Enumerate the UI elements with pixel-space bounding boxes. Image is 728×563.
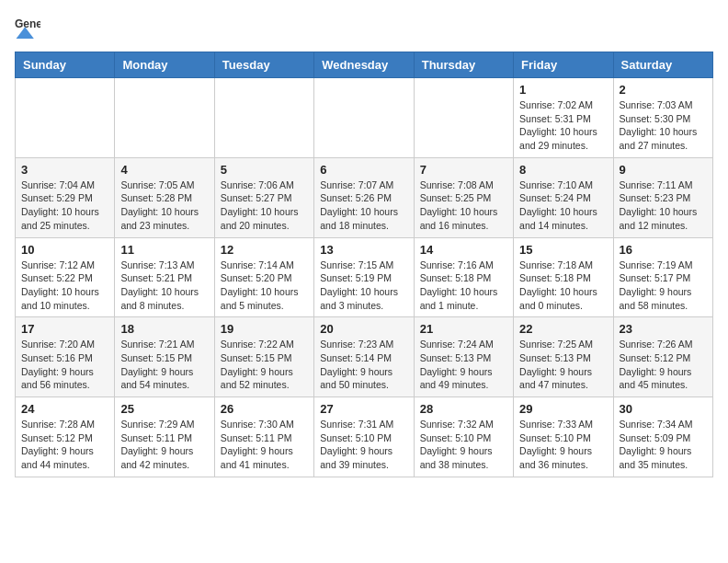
- day-info: Sunrise: 7:18 AM Sunset: 5:18 PM Dayligh…: [519, 259, 607, 313]
- day-number: 13: [320, 243, 407, 257]
- calendar-cell: [16, 78, 115, 158]
- calendar-cell: 14Sunrise: 7:16 AM Sunset: 5:18 PM Dayli…: [414, 237, 513, 317]
- day-number: 8: [519, 163, 607, 177]
- calendar-cell: 10Sunrise: 7:12 AM Sunset: 5:22 PM Dayli…: [16, 237, 115, 317]
- calendar-week-row: 1Sunrise: 7:02 AM Sunset: 5:31 PM Daylig…: [16, 78, 713, 158]
- day-info: Sunrise: 7:05 AM Sunset: 5:28 PM Dayligh…: [120, 178, 208, 233]
- calendar-cell: 20Sunrise: 7:23 AM Sunset: 5:14 PM Dayli…: [314, 317, 414, 397]
- day-info: Sunrise: 7:34 AM Sunset: 5:09 PM Dayligh…: [620, 418, 707, 472]
- calendar-cell: 21Sunrise: 7:24 AM Sunset: 5:13 PM Dayli…: [414, 317, 513, 397]
- calendar-week-row: 3Sunrise: 7:04 AM Sunset: 5:29 PM Daylig…: [16, 157, 713, 237]
- day-number: 15: [519, 243, 607, 257]
- day-info: Sunrise: 7:23 AM Sunset: 5:14 PM Dayligh…: [320, 338, 407, 392]
- day-number: 14: [420, 243, 507, 257]
- day-number: 16: [620, 243, 707, 257]
- calendar-cell: 7Sunrise: 7:08 AM Sunset: 5:25 PM Daylig…: [414, 157, 513, 237]
- day-info: Sunrise: 7:15 AM Sunset: 5:19 PM Dayligh…: [320, 259, 407, 313]
- column-header-friday: Friday: [514, 52, 613, 78]
- day-info: Sunrise: 7:16 AM Sunset: 5:18 PM Dayligh…: [420, 259, 507, 313]
- day-info: Sunrise: 7:22 AM Sunset: 5:15 PM Dayligh…: [221, 338, 308, 392]
- day-info: Sunrise: 7:28 AM Sunset: 5:12 PM Dayligh…: [21, 418, 108, 472]
- calendar-cell: [314, 78, 414, 158]
- calendar-cell: 15Sunrise: 7:18 AM Sunset: 5:18 PM Dayli…: [514, 237, 613, 317]
- calendar-cell: 30Sunrise: 7:34 AM Sunset: 5:09 PM Dayli…: [613, 397, 712, 477]
- column-header-wednesday: Wednesday: [314, 52, 414, 78]
- column-header-thursday: Thursday: [414, 52, 513, 78]
- day-info: Sunrise: 7:14 AM Sunset: 5:20 PM Dayligh…: [221, 259, 308, 313]
- day-info: Sunrise: 7:02 AM Sunset: 5:31 PM Dayligh…: [519, 98, 607, 153]
- calendar-cell: 23Sunrise: 7:26 AM Sunset: 5:12 PM Dayli…: [613, 317, 712, 397]
- day-number: 29: [519, 402, 607, 416]
- day-number: 7: [420, 163, 507, 177]
- day-info: Sunrise: 7:33 AM Sunset: 5:10 PM Dayligh…: [519, 418, 607, 472]
- day-info: Sunrise: 7:04 AM Sunset: 5:29 PM Dayligh…: [21, 178, 108, 233]
- day-info: Sunrise: 7:30 AM Sunset: 5:11 PM Dayligh…: [221, 418, 308, 472]
- logo-icon: General: [15, 15, 40, 40]
- day-info: Sunrise: 7:24 AM Sunset: 5:13 PM Dayligh…: [420, 338, 507, 392]
- day-number: 12: [221, 243, 308, 257]
- day-number: 25: [120, 402, 208, 416]
- calendar-cell: 16Sunrise: 7:19 AM Sunset: 5:17 PM Dayli…: [613, 237, 712, 317]
- calendar-cell: 5Sunrise: 7:06 AM Sunset: 5:27 PM Daylig…: [214, 157, 313, 237]
- day-number: 20: [320, 322, 407, 336]
- calendar-cell: 28Sunrise: 7:32 AM Sunset: 5:10 PM Dayli…: [414, 397, 513, 477]
- day-number: 30: [620, 402, 707, 416]
- day-info: Sunrise: 7:19 AM Sunset: 5:17 PM Dayligh…: [620, 259, 707, 313]
- calendar-cell: 11Sunrise: 7:13 AM Sunset: 5:21 PM Dayli…: [115, 237, 214, 317]
- day-info: Sunrise: 7:25 AM Sunset: 5:13 PM Dayligh…: [519, 338, 607, 392]
- calendar-cell: 2Sunrise: 7:03 AM Sunset: 5:30 PM Daylig…: [613, 78, 712, 158]
- day-number: 4: [120, 163, 208, 177]
- calendar-cell: 18Sunrise: 7:21 AM Sunset: 5:15 PM Dayli…: [115, 317, 214, 397]
- calendar-cell: 26Sunrise: 7:30 AM Sunset: 5:11 PM Dayli…: [214, 397, 313, 477]
- calendar-cell: 9Sunrise: 7:11 AM Sunset: 5:23 PM Daylig…: [613, 157, 712, 237]
- day-number: 27: [320, 402, 407, 416]
- day-info: Sunrise: 7:26 AM Sunset: 5:12 PM Dayligh…: [620, 338, 707, 392]
- day-info: Sunrise: 7:20 AM Sunset: 5:16 PM Dayligh…: [21, 338, 108, 392]
- calendar-cell: 24Sunrise: 7:28 AM Sunset: 5:12 PM Dayli…: [16, 397, 115, 477]
- calendar-cell: 25Sunrise: 7:29 AM Sunset: 5:11 PM Dayli…: [115, 397, 214, 477]
- calendar-cell: 8Sunrise: 7:10 AM Sunset: 5:24 PM Daylig…: [514, 157, 613, 237]
- logo: General: [15, 15, 44, 40]
- calendar-cell: 29Sunrise: 7:33 AM Sunset: 5:10 PM Dayli…: [514, 397, 613, 477]
- calendar-cell: 1Sunrise: 7:02 AM Sunset: 5:31 PM Daylig…: [514, 78, 613, 158]
- page-header: General: [15, 15, 713, 40]
- column-header-saturday: Saturday: [613, 52, 712, 78]
- calendar-week-row: 24Sunrise: 7:28 AM Sunset: 5:12 PM Dayli…: [16, 397, 713, 477]
- calendar-table: SundayMondayTuesdayWednesdayThursdayFrid…: [15, 52, 713, 477]
- day-number: 19: [221, 322, 308, 336]
- day-info: Sunrise: 7:29 AM Sunset: 5:11 PM Dayligh…: [120, 418, 208, 472]
- calendar-cell: [414, 78, 513, 158]
- day-number: 18: [120, 322, 208, 336]
- day-number: 3: [21, 163, 108, 177]
- column-header-monday: Monday: [115, 52, 214, 78]
- day-info: Sunrise: 7:06 AM Sunset: 5:27 PM Dayligh…: [221, 178, 308, 233]
- day-number: 10: [21, 243, 108, 257]
- day-number: 5: [221, 163, 308, 177]
- day-number: 6: [320, 163, 407, 177]
- day-info: Sunrise: 7:11 AM Sunset: 5:23 PM Dayligh…: [620, 178, 707, 233]
- calendar-cell: 13Sunrise: 7:15 AM Sunset: 5:19 PM Dayli…: [314, 237, 414, 317]
- day-info: Sunrise: 7:12 AM Sunset: 5:22 PM Dayligh…: [21, 259, 108, 313]
- day-number: 17: [21, 322, 108, 336]
- calendar-cell: [214, 78, 313, 158]
- day-number: 23: [620, 322, 707, 336]
- calendar-header-row: SundayMondayTuesdayWednesdayThursdayFrid…: [16, 52, 713, 78]
- calendar-cell: 12Sunrise: 7:14 AM Sunset: 5:20 PM Dayli…: [214, 237, 313, 317]
- day-number: 1: [519, 83, 607, 97]
- calendar-cell: 17Sunrise: 7:20 AM Sunset: 5:16 PM Dayli…: [16, 317, 115, 397]
- day-number: 22: [519, 322, 607, 336]
- day-info: Sunrise: 7:03 AM Sunset: 5:30 PM Dayligh…: [620, 98, 707, 153]
- day-number: 28: [420, 402, 507, 416]
- calendar-week-row: 10Sunrise: 7:12 AM Sunset: 5:22 PM Dayli…: [16, 237, 713, 317]
- day-info: Sunrise: 7:21 AM Sunset: 5:15 PM Dayligh…: [120, 338, 208, 392]
- day-number: 9: [620, 163, 707, 177]
- svg-text:General: General: [15, 17, 40, 30]
- calendar-cell: 3Sunrise: 7:04 AM Sunset: 5:29 PM Daylig…: [16, 157, 115, 237]
- day-number: 26: [221, 402, 308, 416]
- calendar-cell: 4Sunrise: 7:05 AM Sunset: 5:28 PM Daylig…: [115, 157, 214, 237]
- day-info: Sunrise: 7:32 AM Sunset: 5:10 PM Dayligh…: [420, 418, 507, 472]
- calendar-cell: 27Sunrise: 7:31 AM Sunset: 5:10 PM Dayli…: [314, 397, 414, 477]
- day-number: 11: [120, 243, 208, 257]
- calendar-cell: 22Sunrise: 7:25 AM Sunset: 5:13 PM Dayli…: [514, 317, 613, 397]
- day-number: 2: [620, 83, 707, 97]
